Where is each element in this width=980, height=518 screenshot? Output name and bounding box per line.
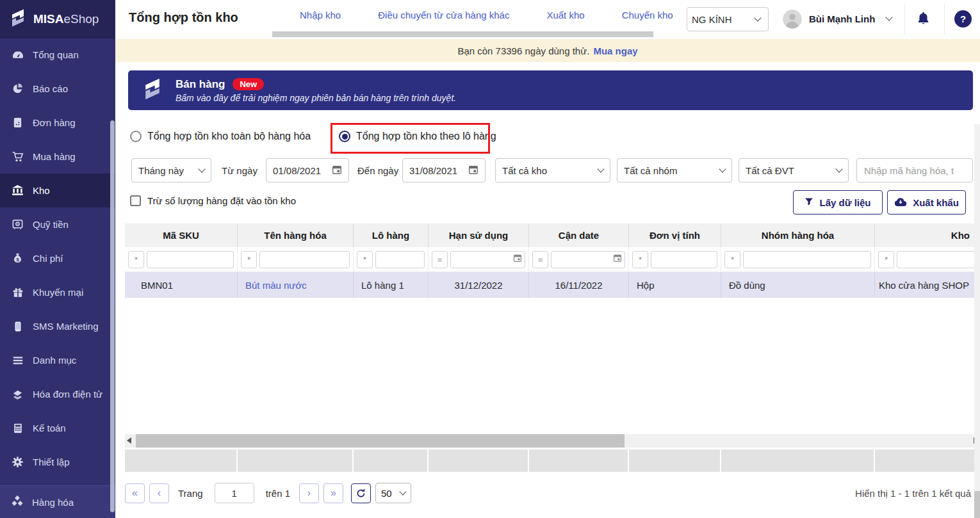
results-summary: Hiển thị 1 - 1 trên 1 kết quả <box>855 488 980 499</box>
column-filter-input[interactable] <box>900 254 974 265</box>
search-input[interactable] <box>863 165 967 177</box>
sidebar-item-label: Tổng quan <box>33 49 79 60</box>
page-title: Tổng hợp tồn kho <box>129 10 238 25</box>
filter-funnel-icon <box>804 197 813 208</box>
buy-now-link[interactable]: Mua ngay <box>593 45 637 56</box>
unit-select[interactable]: Tất cả ĐVT <box>739 158 849 182</box>
report-icon <box>11 83 24 95</box>
column-filter-input[interactable] <box>654 254 714 265</box>
scrollbar-thumb[interactable] <box>974 491 980 518</box>
radio-checked-icon[interactable] <box>339 131 350 142</box>
user-name[interactable]: Bùi Mạnh Linh <box>809 13 875 24</box>
column-filter-input[interactable] <box>746 254 868 265</box>
column-filter-input[interactable] <box>379 254 421 265</box>
filter-operator-button[interactable]: = <box>532 251 548 268</box>
sidebar-item-danh-muc[interactable]: Danh mục <box>0 343 115 377</box>
filter-operator-button[interactable]: * <box>128 251 144 268</box>
product-name-link[interactable]: Bút màu nước <box>238 272 354 298</box>
export-button[interactable]: Xuất khẩu <box>887 190 966 214</box>
sidebar-item-don-hang[interactable]: Đơn hàng <box>0 106 115 140</box>
filter-operator-button[interactable]: * <box>241 251 257 268</box>
calendar-icon[interactable] <box>468 165 478 177</box>
summary-cell <box>354 449 429 472</box>
column-header[interactable]: Lô hàng <box>354 223 429 247</box>
sidebar-item-sms-marketing[interactable]: SMS Marketing <box>0 309 115 343</box>
sidebar-item-kho[interactable]: Kho <box>0 174 115 207</box>
filter-operator-button[interactable]: * <box>878 251 894 268</box>
column-header[interactable]: Hạn sử dụng <box>429 223 529 247</box>
user-menu-chevron-icon[interactable] <box>885 13 892 20</box>
sidebar-item-ke-toan[interactable]: Kế toán <box>0 411 115 445</box>
column-filter-input[interactable] <box>453 254 512 265</box>
nav-chuyen-kho[interactable]: Chuyển kho <box>622 10 673 20</box>
first-page-button[interactable]: « <box>125 483 145 503</box>
nav-nhap-kho[interactable]: Nhập kho <box>300 10 341 20</box>
checkbox-label: Trừ số lượng hàng đặt vào tồn kho <box>147 195 296 206</box>
sidebar-item-hoa-don-dien-tu[interactable]: Hóa đơn điện tử <box>0 377 115 411</box>
group-select[interactable]: Tất cả nhóm <box>617 158 732 182</box>
radio-unchecked-icon[interactable] <box>130 131 142 142</box>
calendar-icon[interactable] <box>332 165 342 177</box>
column-header[interactable]: Tên hàng hóa <box>238 223 354 247</box>
radio-option-by-lot[interactable]: Tổng hợp tồn kho theo lô hàng <box>339 131 496 142</box>
scroll-left-arrow-icon[interactable] <box>127 437 131 444</box>
column-header[interactable]: Đơn vị tính <box>629 223 721 247</box>
next-page-button[interactable]: › <box>299 483 319 503</box>
page-size-select[interactable]: 50 <box>375 483 411 503</box>
calendar-icon[interactable] <box>613 254 622 265</box>
column-header[interactable]: Kho <box>875 223 980 247</box>
sidebar-item-thiet-lap[interactable]: Thiết lập <box>0 445 115 479</box>
sidebar-item-khuyen-mai[interactable]: Khuyến mại <box>0 275 115 309</box>
sidebar-item-mua-hang[interactable]: Mua hàng <box>0 140 115 174</box>
notification-bell-icon[interactable] <box>916 11 931 28</box>
table-horizontal-scrollbar[interactable] <box>125 434 980 448</box>
refresh-button[interactable] <box>351 483 371 503</box>
store-select[interactable]: NG KÍNH <box>687 7 769 31</box>
user-avatar[interactable] <box>783 10 802 29</box>
nav-xuat-kho[interactable]: Xuất kho <box>546 10 584 20</box>
warehouse-select[interactable]: Tất cả kho <box>495 158 610 182</box>
scrollbar-thumb[interactable] <box>136 434 625 448</box>
column-filter-input[interactable] <box>263 254 347 265</box>
divider <box>904 4 905 35</box>
page-number-input[interactable] <box>215 483 254 503</box>
sidebar-item-quy-tien[interactable]: Quỹ tiền <box>0 207 115 241</box>
sidebar-item-label: Hóa đơn điện tử <box>33 389 102 400</box>
sidebar-item-label: Hàng hóa <box>32 497 74 508</box>
last-page-button[interactable]: » <box>323 483 343 503</box>
sidebar-item-bao-cao[interactable]: Báo cáo <box>0 72 115 106</box>
sidebar-item-hang-hoa[interactable]: Hàng hóa <box>0 485 115 518</box>
to-date-input[interactable]: 31/08/2021 <box>402 158 486 182</box>
nav-scrollbar[interactable] <box>272 31 653 37</box>
nav-dieu-chuyen[interactable]: Điều chuyển từ cửa hàng khác <box>378 10 509 20</box>
column-header[interactable]: Cận date <box>529 223 629 247</box>
radio-option-all-goods[interactable]: Tổng hợp tồn kho toàn bộ hàng hóa <box>130 131 311 142</box>
app-logo[interactable]: MISAeShop <box>0 0 115 38</box>
sidebar-item-tong-quan[interactable]: Tổng quan <box>0 38 115 72</box>
get-data-button[interactable]: Lấy dữ liệu <box>793 190 883 214</box>
from-date-input[interactable]: 01/08/2021 <box>266 158 349 182</box>
sidebar-item-label: Mua hàng <box>33 151 76 162</box>
period-select[interactable]: Tháng này <box>131 158 211 182</box>
page-vertical-scrollbar[interactable] <box>974 124 980 518</box>
column-header[interactable]: Nhóm hàng hóa <box>721 223 875 247</box>
search-input-wrap <box>856 158 973 182</box>
filter-operator-button[interactable]: = <box>432 251 448 268</box>
calendar-icon[interactable] <box>513 254 522 265</box>
subtract-ordered-checkbox-row[interactable]: Trừ số lượng hàng đặt vào tồn kho <box>130 195 296 206</box>
promotion-gift-icon <box>11 287 24 298</box>
filter-operator-button[interactable]: * <box>357 251 373 268</box>
checkbox-unchecked-icon[interactable] <box>130 195 141 206</box>
sidebar-scrollbar[interactable] <box>110 120 115 512</box>
filter-operator-button[interactable]: * <box>632 251 648 268</box>
table-row[interactable]: BMN01 Bút màu nước Lô hàng 1 31/12/2022 … <box>125 272 980 298</box>
help-icon[interactable]: ? <box>954 10 972 28</box>
prev-page-button[interactable]: ‹ <box>149 483 169 503</box>
column-header[interactable]: Mã SKU <box>125 223 238 247</box>
column-filter-input[interactable] <box>554 254 612 265</box>
divider <box>944 4 945 35</box>
promo-banner[interactable]: Bán hàng New Bấm vào đây để trải nghiệm … <box>128 70 973 110</box>
filter-operator-button[interactable]: * <box>724 251 740 268</box>
column-filter-input[interactable] <box>150 254 231 265</box>
sidebar-item-chi-phi[interactable]: $ Chi phí <box>0 241 115 275</box>
